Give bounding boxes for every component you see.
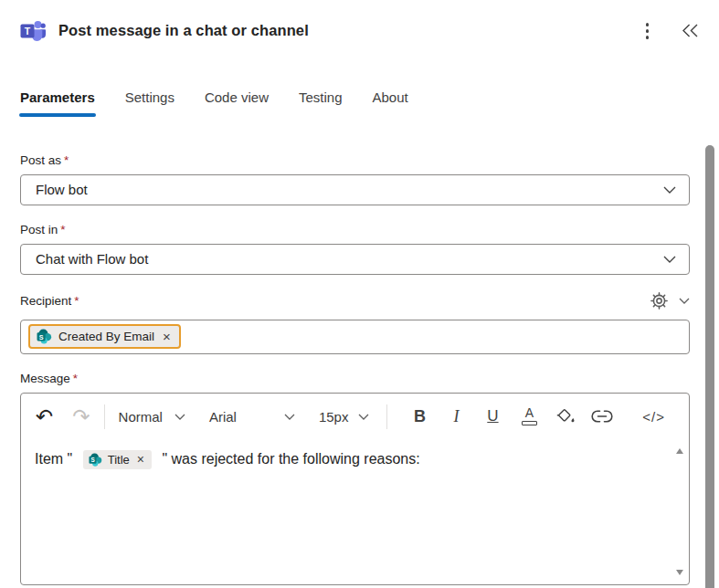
sharepoint-icon: S: [89, 453, 102, 467]
remove-token-icon[interactable]: ×: [163, 330, 171, 343]
post-in-label: Post in*: [20, 223, 690, 236]
remove-token-icon[interactable]: ×: [137, 453, 144, 466]
required-asterisk: *: [73, 372, 78, 385]
tab-about[interactable]: About: [373, 89, 408, 117]
teams-icon: T: [20, 19, 46, 43]
chevron-down-icon: [663, 256, 676, 263]
chevron-down-icon[interactable]: [679, 298, 690, 304]
title-token[interactable]: STitle×: [83, 450, 152, 469]
chevron-down-icon: [284, 414, 295, 420]
toolbar-divider: [386, 404, 387, 429]
paragraph-style-dropdown[interactable]: Normal: [119, 409, 185, 425]
page-scrollbar[interactable]: [705, 130, 715, 588]
font-size-dropdown[interactable]: 15px: [319, 409, 370, 425]
chevron-down-icon: [358, 414, 369, 420]
rich-text-toolbar: ↶ ↷ Normal Arial 15px: [21, 394, 689, 438]
recipient-label: Recipient*: [20, 294, 648, 308]
bold-button[interactable]: B: [410, 407, 428, 426]
page-title: Post message in a chat or channel: [58, 22, 309, 39]
action-header: T Post message in a chat or channel: [0, 0, 719, 45]
message-label: Message*: [20, 372, 690, 385]
tab-bar: Parameters Settings Code view Testing Ab…: [0, 89, 719, 117]
scroll-down-icon[interactable]: [676, 570, 683, 575]
highlight-color-button[interactable]: [556, 408, 575, 425]
chevron-down-icon: [663, 186, 676, 194]
message-content-area[interactable]: Item " STitle× " was rejected for the fo…: [21, 438, 689, 548]
post-in-dropdown[interactable]: Chat with Flow bot: [20, 244, 690, 275]
editor-scrollbar[interactable]: [672, 446, 686, 578]
tab-testing[interactable]: Testing: [299, 89, 343, 117]
post-as-dropdown[interactable]: Flow bot: [20, 174, 690, 205]
recipient-token[interactable]: S Created By Email ×: [28, 324, 181, 349]
redo-icon[interactable]: ↷: [72, 407, 90, 425]
message-editor: ↶ ↷ Normal Arial 15px: [20, 393, 690, 585]
tab-settings[interactable]: Settings: [125, 89, 174, 117]
italic-button[interactable]: I: [447, 407, 465, 426]
title-token-label: Title: [108, 453, 130, 467]
font-color-button[interactable]: A: [520, 407, 538, 425]
more-options-icon[interactable]: [637, 17, 659, 45]
post-in-value: Chat with Flow bot: [36, 251, 148, 267]
message-text-before: Item ": [35, 450, 77, 466]
parameters-panel: Post as* Flow bot Post in* Chat with Flo…: [0, 153, 719, 585]
underline-button[interactable]: U: [483, 407, 502, 425]
link-button[interactable]: [593, 410, 611, 423]
tab-code-view[interactable]: Code view: [205, 89, 269, 117]
required-asterisk: *: [74, 294, 79, 308]
required-asterisk: *: [64, 153, 69, 167]
undo-icon[interactable]: ↶: [36, 407, 53, 425]
tab-parameters[interactable]: Parameters: [20, 89, 95, 117]
chevron-down-icon: [174, 414, 185, 420]
message-text-after: " was rejected for the following reasons…: [158, 450, 420, 466]
svg-text:S: S: [39, 333, 44, 341]
scrollbar-thumb[interactable]: [705, 145, 714, 588]
collapse-panel-icon[interactable]: [678, 20, 703, 41]
gear-icon[interactable]: [648, 289, 671, 312]
svg-text:T: T: [25, 25, 31, 36]
font-family-dropdown[interactable]: Arial: [209, 409, 295, 425]
code-view-button[interactable]: </>: [642, 409, 665, 425]
sharepoint-icon: S: [37, 329, 52, 344]
toolbar-divider: [104, 404, 105, 429]
recipient-input[interactable]: S Created By Email ×: [20, 320, 690, 354]
post-as-label: Post as*: [20, 153, 690, 167]
svg-text:S: S: [90, 457, 94, 463]
required-asterisk: *: [60, 223, 65, 236]
scroll-up-icon[interactable]: [676, 448, 683, 454]
recipient-token-label: Created By Email: [58, 330, 154, 343]
post-as-value: Flow bot: [36, 182, 88, 197]
